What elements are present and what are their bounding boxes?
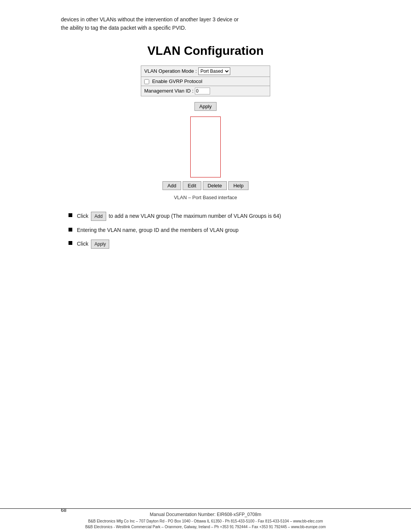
add-button[interactable]: Add (162, 181, 181, 190)
operation-mode-row: VLAN Operation Mode : Port Based (141, 66, 270, 77)
vlan-config-section: VLAN Configuration VLAN Operation Mode :… (61, 44, 350, 200)
footer-address-1: B&B Electronics Mfg Co Inc – 707 Dayton … (0, 518, 411, 524)
inline-apply-button[interactable]: Apply (91, 240, 109, 249)
help-button[interactable]: Help (228, 181, 249, 190)
mgmt-vlan-row: Management Vlan ID : (141, 86, 270, 96)
intro-text: devices in other VLANs without the inter… (61, 15, 350, 32)
bullet-icon-1 (68, 213, 72, 217)
operation-mode-select[interactable]: Port Based (198, 67, 230, 75)
vlan-config-title: VLAN Configuration (147, 44, 264, 58)
caption-text: VLAN – Port Based interface (174, 195, 237, 200)
inline-add-button[interactable]: Add (91, 212, 106, 221)
gvrp-label: Enable GVRP Protocol (152, 78, 202, 84)
apply-button-container: Apply (194, 102, 217, 111)
edit-button[interactable]: Edit (183, 181, 201, 190)
bullet-text-3: Click Apply (77, 240, 350, 249)
footer-address-2: B&B Electronics - Westlink Commercial Pa… (0, 524, 411, 530)
gvrp-row: Enable GVRP Protocol (141, 77, 270, 86)
footer-manual-doc: Manual Documentation Number: EIR608-xSFP… (0, 512, 411, 517)
vlan-list-box[interactable] (190, 117, 221, 177)
bullet-text-1: Click Add to add a new VLAN group (The m… (77, 212, 350, 221)
instruction-list: Click Add to add a new VLAN group (The m… (61, 212, 350, 249)
bullet-icon-3 (68, 241, 72, 245)
list-item-1: Click Add to add a new VLAN group (The m… (68, 212, 350, 221)
list-item-2: Entering the VLAN name, group ID and the… (68, 226, 350, 234)
gvrp-checkbox[interactable] (144, 79, 149, 84)
mgmt-vlan-input[interactable] (195, 88, 210, 94)
list-item-3: Click Apply (68, 240, 350, 249)
delete-button[interactable]: Delete (203, 181, 227, 190)
config-table: VLAN Operation Mode : Port Based Enable … (141, 66, 270, 96)
operation-mode-label: VLAN Operation Mode : (144, 68, 197, 74)
bullet-icon-2 (68, 228, 72, 232)
apply-button-top[interactable]: Apply (194, 102, 217, 111)
mgmt-vlan-label: Management Vlan ID : (144, 88, 193, 94)
footer: Manual Documentation Number: EIR608-xSFP… (0, 508, 411, 532)
bullet-text-2: Entering the VLAN name, group ID and the… (77, 226, 350, 234)
action-buttons-row: Add Edit Delete Help (162, 181, 249, 190)
